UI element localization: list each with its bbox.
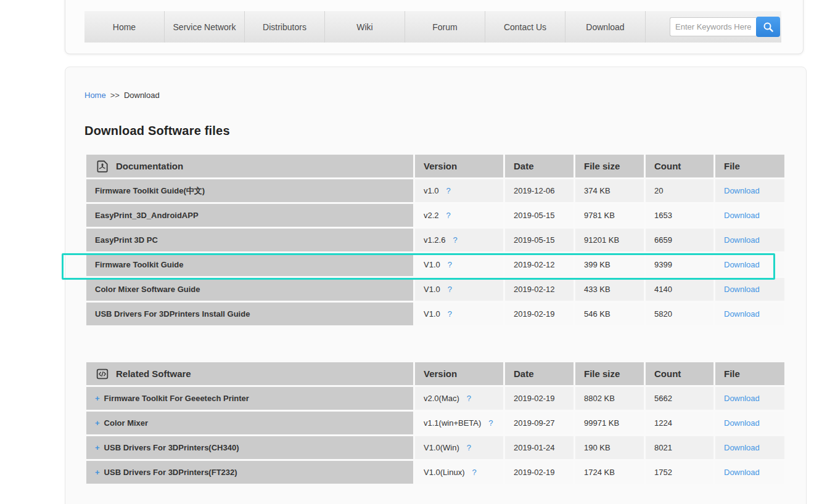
- row-file-size: 190 KB: [575, 436, 644, 459]
- download-link[interactable]: Download: [724, 309, 760, 319]
- help-link[interactable]: ?: [467, 443, 471, 452]
- expand-plus-icon[interactable]: +: [95, 443, 100, 452]
- nav-item-forum[interactable]: Forum: [405, 11, 485, 43]
- download-link[interactable]: Download: [724, 211, 760, 220]
- row-name: USB Drivers For 3DPrinters(FT232): [104, 468, 237, 477]
- row-file-size: 1724 KB: [575, 461, 644, 484]
- col-header-file: File: [715, 155, 784, 177]
- help-link[interactable]: ?: [446, 211, 451, 220]
- help-link[interactable]: ?: [467, 394, 471, 403]
- row-count: 6659: [646, 229, 713, 251]
- download-link[interactable]: Download: [724, 443, 760, 452]
- content-card: Home>>Download Download Software files D…: [65, 67, 807, 504]
- row-name: Firmware Toolkit Guide(中文): [95, 186, 205, 195]
- row-count: 5662: [646, 387, 713, 410]
- row-date: 2019-02-19: [505, 303, 574, 325]
- table-row: +USB Drivers For 3DPrinters(CH340) V1.0(…: [86, 436, 784, 459]
- table-row-highlighted: Firmware Toolkit Guide V1.0? 2019-02-12 …: [86, 253, 784, 276]
- row-version: v1.0: [424, 186, 439, 195]
- row-file-size: 374 KB: [575, 179, 644, 202]
- row-date: 2019-02-12: [505, 253, 574, 276]
- row-file-size: 8802 KB: [575, 387, 644, 410]
- download-link[interactable]: Download: [724, 418, 760, 428]
- table-row: Firmware Toolkit Guide(中文) v1.0? 2019-12…: [86, 179, 784, 202]
- search-area: [646, 11, 781, 43]
- col-header-file: File: [715, 362, 784, 385]
- download-link[interactable]: Download: [724, 260, 760, 269]
- breadcrumb-separator: >>: [110, 91, 120, 100]
- row-version: V1.0: [424, 309, 440, 319]
- row-file-size: 9781 KB: [575, 204, 644, 227]
- row-version: v2.0(Mac): [424, 394, 459, 403]
- help-link[interactable]: ?: [448, 309, 452, 319]
- download-link[interactable]: Download: [724, 468, 760, 477]
- search-input[interactable]: [670, 17, 756, 36]
- expand-plus-icon[interactable]: +: [95, 468, 100, 477]
- nav-item-contact-us[interactable]: Contact Us: [485, 11, 565, 43]
- row-version: V1.0: [424, 285, 440, 294]
- row-name: Color Mixer Software Guide: [95, 285, 200, 294]
- pdf-icon: [95, 159, 110, 174]
- nav-item-service-network[interactable]: Service Network: [165, 11, 245, 43]
- row-count: 9399: [646, 253, 713, 276]
- related-software-table: Related Software Version Date File size …: [84, 360, 786, 486]
- table-row: EasyPrint_3D_AndroidAPP v2.2? 2019-05-15…: [86, 204, 784, 227]
- row-version: v1.2.6: [424, 235, 445, 245]
- row-count: 4140: [646, 278, 713, 301]
- col-header-count: Count: [646, 362, 713, 385]
- row-file-size: 433 KB: [575, 278, 644, 301]
- col-header-version: Version: [415, 362, 503, 385]
- expand-plus-icon[interactable]: +: [95, 418, 100, 428]
- documentation-table: Documentation Version Date File size Cou…: [84, 153, 786, 327]
- nav-item-home[interactable]: Home: [84, 11, 165, 43]
- table-row: EasyPrint 3D PC v1.2.6? 2019-05-15 91201…: [86, 229, 784, 251]
- download-link[interactable]: Download: [724, 285, 760, 294]
- row-file-size: 91201 KB: [575, 229, 644, 251]
- table-row: +Color Mixer v1.1(win+BETA)? 2019-09-27 …: [86, 412, 784, 434]
- page-title: Download Software files: [84, 124, 230, 138]
- section-title-documentation: Documentation: [116, 161, 183, 171]
- nav-item-distributors[interactable]: Distributors: [245, 11, 325, 43]
- search-button[interactable]: [756, 17, 780, 37]
- row-name: USB Drivers For 3DPrinters(CH340): [104, 443, 239, 452]
- row-date: 2019-12-06: [505, 179, 574, 202]
- table-row: +USB Drivers For 3DPrinters(FT232) V1.0(…: [86, 461, 784, 484]
- help-link[interactable]: ?: [453, 235, 457, 245]
- row-count: 8021: [646, 436, 713, 459]
- section-title-related-software: Related Software: [116, 368, 191, 379]
- breadcrumb: Home>>Download: [84, 91, 160, 100]
- row-date: 2019-01-24: [505, 436, 574, 459]
- row-count: 20: [646, 179, 713, 202]
- table-row: USB Drivers For 3DPrinters Install Guide…: [86, 303, 784, 325]
- nav-item-download[interactable]: Download: [565, 11, 646, 43]
- row-version: V1.0(Linux): [424, 468, 464, 477]
- row-date: 2019-05-15: [505, 204, 574, 227]
- download-link[interactable]: Download: [724, 394, 760, 403]
- row-name: Color Mixer: [104, 418, 149, 428]
- help-link[interactable]: ?: [446, 186, 451, 195]
- row-version: v2.2: [424, 211, 439, 220]
- help-link[interactable]: ?: [448, 260, 452, 269]
- help-link[interactable]: ?: [472, 468, 476, 477]
- download-link[interactable]: Download: [724, 186, 760, 195]
- row-date: 2019-09-27: [505, 412, 574, 434]
- row-count: 1224: [646, 412, 713, 434]
- row-count: 5820: [646, 303, 713, 325]
- table-row: Color Mixer Software Guide V1.0? 2019-02…: [86, 278, 784, 301]
- col-header-date: Date: [505, 155, 574, 177]
- breadcrumb-home-link[interactable]: Home: [84, 91, 106, 100]
- col-header-count: Count: [646, 155, 713, 177]
- nav-item-wiki[interactable]: Wiki: [325, 11, 405, 43]
- row-file-size: 546 KB: [575, 303, 644, 325]
- expand-plus-icon[interactable]: +: [95, 394, 100, 403]
- related-software-header-row: Related Software Version Date File size …: [86, 362, 784, 385]
- row-file-size: 399 KB: [575, 253, 644, 276]
- help-link[interactable]: ?: [448, 285, 452, 294]
- download-link[interactable]: Download: [724, 235, 760, 245]
- table-row: +Firmware Toolkit For Geeetech Printer v…: [86, 387, 784, 410]
- row-name: Firmware Toolkit For Geeetech Printer: [104, 394, 249, 403]
- row-count: 1653: [646, 204, 713, 227]
- main-navigation: Home Service Network Distributors Wiki F…: [84, 11, 781, 43]
- magnifier-icon: [762, 21, 775, 33]
- help-link[interactable]: ?: [488, 418, 493, 428]
